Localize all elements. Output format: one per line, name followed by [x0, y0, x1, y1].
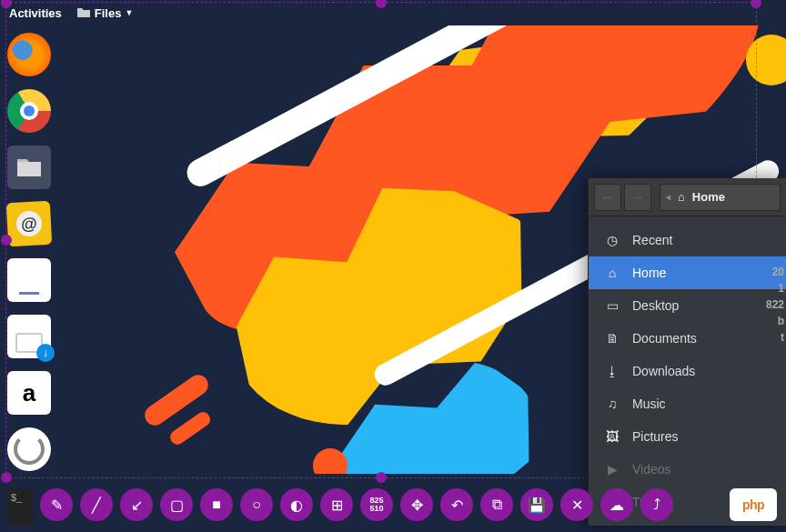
- edge-line: b: [766, 313, 784, 329]
- sidebar-item-documents[interactable]: 🗎Documents: [589, 322, 786, 355]
- edge-line: t: [766, 329, 784, 346]
- tool-blur[interactable]: ⊞: [320, 488, 353, 521]
- back-button[interactable]: ←: [594, 184, 621, 211]
- tool-undo[interactable]: ↶: [440, 488, 473, 521]
- pencil-icon: ✎: [51, 497, 63, 514]
- tool-circle[interactable]: ○: [240, 488, 273, 521]
- sidebar-item-label: Recent: [632, 233, 672, 247]
- sidebar-item-recent[interactable]: ◷Recent: [589, 224, 786, 256]
- tool-size[interactable]: 825510: [360, 488, 393, 521]
- arrow-left-icon: ←: [600, 189, 615, 206]
- sidebar-item-label: Downloads: [632, 364, 695, 378]
- home-icon: ⌂: [678, 190, 685, 204]
- copy-icon: ⧉: [492, 497, 502, 513]
- terminal-prompt: $_: [11, 492, 22, 503]
- sidebar-item-pictures[interactable]: 🖼Pictures: [589, 420, 786, 453]
- resize-handle-tm[interactable]: [376, 0, 387, 8]
- upload-icon: ☁: [610, 497, 624, 514]
- path-bar[interactable]: ◂ ⌂ Home: [660, 184, 781, 211]
- tool-arrow[interactable]: ↙: [120, 488, 153, 521]
- documents-icon: 🗎: [605, 331, 620, 346]
- size-height: 510: [369, 505, 383, 513]
- arrow-right-icon: →: [630, 189, 645, 206]
- blur-icon: ⊞: [331, 497, 343, 514]
- file-manager-window: ← → ◂ ⌂ Home ◷Recent⌂Home▭Desktop🗎Docume…: [588, 178, 786, 526]
- save-icon: 💾: [528, 497, 546, 514]
- tool-move[interactable]: ✥: [400, 488, 433, 521]
- tool-upload[interactable]: ☁: [600, 488, 633, 521]
- sidebar-item-videos[interactable]: ▶Videos: [589, 453, 786, 486]
- tool-rect[interactable]: ▢: [160, 488, 193, 521]
- music-icon: ♫: [605, 396, 620, 411]
- terminal-thumbnail[interactable]: $_: [7, 488, 33, 525]
- undo-icon: ↶: [451, 497, 463, 514]
- forward-button[interactable]: →: [624, 184, 651, 211]
- sidebar-item-label: Desktop: [632, 298, 679, 313]
- edge-text: 201822bt: [766, 264, 784, 346]
- downloads-icon: ⭳: [605, 364, 620, 378]
- edge-line: 822: [766, 296, 784, 313]
- move-icon: ✥: [411, 497, 423, 514]
- line-icon: ╱: [92, 497, 101, 514]
- tool-pencil[interactable]: ✎: [40, 488, 73, 521]
- path-label: Home: [692, 190, 725, 204]
- sidebar-item-label: Music: [632, 396, 666, 411]
- resize-handle-ml[interactable]: [1, 235, 12, 246]
- arrow-icon: ↙: [131, 497, 143, 514]
- home-icon: ⌂: [605, 266, 620, 280]
- edge-line: 1: [766, 280, 784, 296]
- sidebar-item-label: Pictures: [632, 429, 679, 444]
- rect-icon: ▢: [170, 497, 184, 514]
- caret-left-icon: ◂: [666, 192, 670, 202]
- screenshot-toolbar: ✎╱↙▢■○◐⊞825510✥↶⧉💾✕☁⤴php: [40, 485, 777, 525]
- recent-icon: ◷: [605, 233, 620, 247]
- circle-icon: ○: [252, 497, 261, 513]
- videos-icon: ▶: [605, 462, 620, 477]
- close-icon: ✕: [571, 497, 583, 514]
- sidebar-item-desktop[interactable]: ▭Desktop: [589, 289, 786, 322]
- tool-line[interactable]: ╱: [80, 488, 113, 521]
- sidebar-item-downloads[interactable]: ⭳Downloads: [589, 355, 786, 387]
- pictures-icon: 🖼: [605, 429, 620, 444]
- tool-share[interactable]: ⤴: [640, 488, 673, 521]
- sidebar-item-label: Home: [632, 266, 666, 280]
- resize-handle-bl[interactable]: [1, 472, 12, 483]
- sidebar-item-label: Documents: [632, 331, 697, 346]
- marker-icon: ◐: [290, 497, 303, 514]
- tool-close[interactable]: ✕: [560, 488, 593, 521]
- resize-handle-bm[interactable]: [376, 472, 387, 483]
- tool-marker[interactable]: ◐: [280, 488, 313, 521]
- share-icon: ⤴: [653, 497, 660, 513]
- edge-line: 20: [766, 264, 784, 280]
- rect-fill-icon: ■: [212, 497, 221, 513]
- sidebar-item-home[interactable]: ⌂Home: [589, 256, 786, 289]
- fm-toolbar: ← → ◂ ⌂ Home: [589, 178, 786, 216]
- tool-copy[interactable]: ⧉: [480, 488, 513, 521]
- brand-label: php: [730, 488, 777, 521]
- sidebar-item-music[interactable]: ♫Music: [589, 387, 786, 420]
- tool-rect-fill[interactable]: ■: [200, 488, 233, 521]
- resize-handle-tl[interactable]: [1, 0, 12, 8]
- sidebar-item-label: Videos: [632, 462, 671, 477]
- tool-save[interactable]: 💾: [520, 488, 553, 521]
- fm-sidebar: ◷Recent⌂Home▭Desktop🗎Documents⭳Downloads…: [589, 216, 786, 526]
- desktop-icon: ▭: [605, 298, 620, 313]
